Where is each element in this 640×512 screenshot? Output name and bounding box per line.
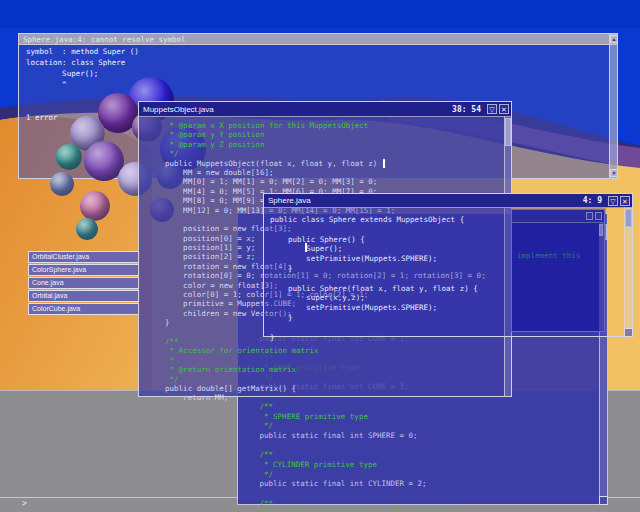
text-caret-muppetsobject [383, 159, 385, 168]
minimize-icon[interactable]: ▽ [608, 196, 618, 206]
resize-handle[interactable] [599, 496, 608, 505]
console-scrollbar[interactable]: ▲ ▼ [609, 34, 617, 178]
muppetsobject-title: MuppetsObject.java [139, 105, 452, 114]
muppetsobject-titlebar[interactable]: MuppetsObject.java 38: 54 ▽ ✕ [139, 102, 511, 117]
sphere-scrollbar[interactable] [624, 207, 632, 336]
file-button-list: OrbitalCluster.java ColorSphere.java Con… [28, 251, 140, 316]
cursor-position: 38: 54 [452, 105, 481, 114]
scroll-thumb[interactable] [505, 118, 511, 146]
sphere-title: Sphere.java [264, 196, 583, 205]
close-icon[interactable]: ✕ [499, 104, 509, 114]
resize-handle[interactable] [624, 328, 633, 337]
sphere-code-area[interactable]: public class Sphere extends MuppetsObjec… [270, 215, 478, 342]
error-console-title: Sphere.java:4: cannot resolve symbol [19, 35, 617, 44]
close-icon[interactable]: ✕ [620, 196, 630, 206]
terminal-prompt[interactable]: > [22, 499, 27, 508]
file-button-cone[interactable]: Cone.java [28, 277, 140, 289]
scroll-thumb[interactable] [625, 209, 632, 227]
sphere-editor-window: Sphere.java 4: 9 ▽ ✕ public class Sphere… [263, 193, 633, 337]
3d-sphere[interactable] [76, 218, 98, 240]
file-button-colorsphere[interactable]: ColorSphere.java [28, 264, 140, 276]
3d-sphere[interactable] [80, 191, 110, 221]
error-console-titlebar[interactable]: Sphere.java:4: cannot resolve symbol [19, 34, 617, 45]
file-button-colorcube[interactable]: ColorCube.java [28, 303, 140, 315]
cursor-position: 4: 9 [583, 196, 602, 205]
file-button-orbital[interactable]: Orbital.java [28, 290, 140, 302]
minimize-icon[interactable]: ▽ [487, 104, 497, 114]
3d-sphere[interactable] [56, 144, 82, 170]
3d-sphere[interactable] [50, 172, 74, 196]
file-button-orbitalcluster[interactable]: OrbitalCluster.java [28, 251, 140, 263]
desktop-top-bar [0, 0, 640, 29]
text-caret-sphere [305, 243, 307, 252]
scroll-up-icon[interactable]: ▲ [610, 35, 618, 43]
sphere-titlebar[interactable]: Sphere.java 4: 9 ▽ ✕ [264, 194, 632, 208]
scroll-down-icon[interactable]: ▼ [610, 169, 618, 177]
